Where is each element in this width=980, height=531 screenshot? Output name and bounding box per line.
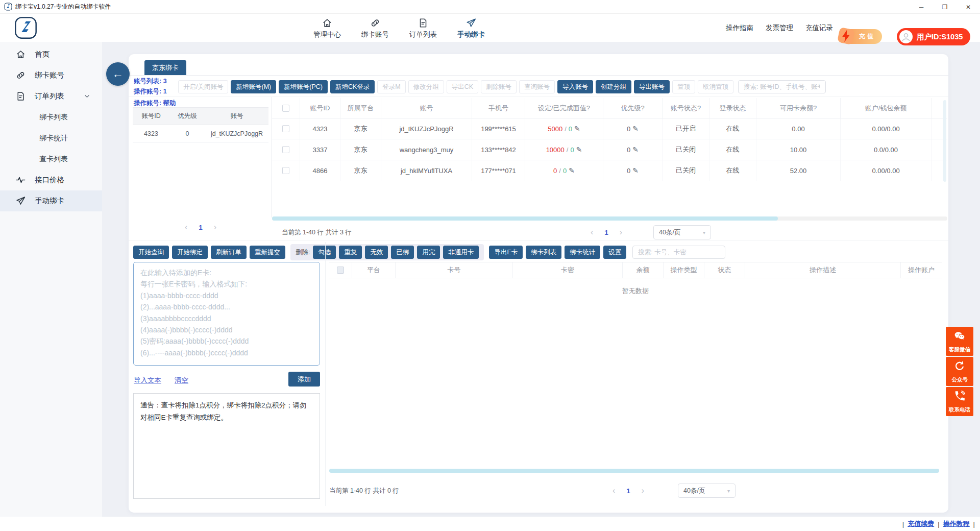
action-button[interactable]: 刷新订单 [211,246,247,259]
page-number[interactable]: 1 [626,487,630,495]
edit-icon[interactable]: ✎ [632,166,639,175]
cell-account: wangcheng3_muy [381,139,472,160]
accounts-vscrollbar[interactable] [943,100,946,182]
column-header: 卡密 [513,262,623,278]
table-row[interactable]: 43230jd_tKUZJcPJoggR [133,125,268,143]
sidebar-item[interactable]: 绑卡统计 [0,128,102,149]
toolbar-button[interactable]: 创建分组 [596,80,631,93]
cell-phone: 133*****842 [472,139,525,160]
tutorial-link[interactable]: 操作教程 [943,519,970,528]
top-nav-home[interactable]: 管理中心 [312,15,342,42]
cell-card-balance: 10.00 [756,139,841,160]
toolbar-button[interactable]: 新增CK登录 [330,80,375,93]
action-button[interactable]: 开始绑定 [172,246,208,259]
clear-link[interactable]: 清空 [175,376,188,385]
official-account-button[interactable]: 公众号 [946,357,973,386]
edit-icon[interactable]: ✎ [632,146,639,154]
cell-account-status: 已关闭 [663,160,709,181]
user-id-button[interactable]: 用户ID:S1035 [897,28,970,45]
sidebar-item[interactable]: 手动绑卡 [0,190,102,211]
edit-icon[interactable]: ✎ [632,125,639,133]
restore-button[interactable]: ❐ [933,0,957,14]
import-text-link[interactable]: 导入文本 [134,376,161,385]
floater-label: 公众号 [951,376,968,383]
add-button[interactable]: 添加 [288,372,320,387]
column-header: 账号 [381,98,472,118]
edit-icon[interactable]: ✎ [576,146,582,154]
edit-icon[interactable]: ✎ [574,125,580,133]
delete-button[interactable]: 重复 [339,246,362,259]
back-button[interactable]: ← [106,62,130,86]
page-size-value: 40条/页 [683,487,705,495]
tab-jd-bind[interactable]: 京东绑卡 [144,60,186,75]
top-nav-document[interactable]: 订单列表 [408,15,438,42]
cell-account-id: 3337 [300,139,340,160]
page-size-select[interactable]: 40条/页 ▾ [653,225,711,239]
select-all-checkbox[interactable] [282,105,289,112]
prev-page-icon[interactable]: ‹ [591,228,593,236]
action-button[interactable]: 重新提交 [250,246,285,259]
row-checkbox[interactable] [282,167,289,174]
toolbar-button[interactable]: 导入账号 [557,80,593,93]
toolbar-button: 登录M [377,80,405,93]
wechat-contact-button[interactable]: 客服微信 [946,327,973,356]
recharge-button[interactable]: 充值 [841,29,882,44]
sidebar-item[interactable]: 绑卡列表 [0,107,102,128]
row-checkbox[interactable] [282,125,289,132]
toolbar-button[interactable]: 导出账号 [634,80,670,93]
account-row[interactable]: 4323京东jd_tKUZJcPJoggR199*****6155000 / 0… [272,118,947,139]
action-button[interactable]: 设置 [603,246,626,259]
next-page-icon[interactable]: › [642,487,644,495]
toolbar-button: 导出CK [447,80,478,93]
cards-page-info: 当前第 1-40 行 共计 0 行 [329,487,399,495]
chevron-down-icon: ▾ [727,488,730,494]
help-link[interactable]: 帮助 [163,100,176,107]
header-link[interactable]: 操作指南 [726,23,753,33]
app-logo-icon [4,3,12,11]
column-header: 账号状态? [663,98,709,118]
action-button[interactable]: 绑卡统计 [565,246,600,259]
close-button[interactable]: ✕ [957,0,980,14]
delete-button[interactable]: 用完 [417,246,440,259]
account-row[interactable]: 3337京东wangcheng3_muy133*****84210000 / 0… [272,139,947,160]
delete-button[interactable]: 非通用卡 [443,246,479,259]
recharge-renew-link[interactable]: 充值续费 [908,519,934,528]
page-number[interactable]: 1 [199,224,203,231]
action-button[interactable]: 导出E卡 [489,246,523,259]
accounts-hscrollbar[interactable] [272,216,778,221]
priority-value: 0 [627,146,630,154]
page-number[interactable]: 1 [604,229,608,236]
phone-contact-button[interactable]: 联系电话 [946,387,973,416]
next-page-icon[interactable]: › [214,223,216,231]
accounts-pagination: 当前第 1-40 行 共计 3 行 ‹ 1 › 40条/页 ▾ [282,225,940,240]
toolbar-button[interactable]: 新增账号(PC) [279,80,328,93]
prev-page-icon[interactable]: ‹ [612,487,615,495]
minimize-button[interactable]: ─ [910,0,933,14]
edit-icon[interactable]: ✎ [569,166,575,175]
action-button[interactable]: 绑卡列表 [526,246,561,259]
account-row[interactable]: 4866京东jd_hklMYuflTUXA177*****0710 / 0✎0✎… [272,160,947,181]
header-link[interactable]: 发票管理 [766,23,793,33]
page-size-select[interactable]: 40条/页 ▾ [678,484,736,498]
action-button[interactable]: 开始查询 [133,246,169,259]
delete-button[interactable]: 勾选 [313,246,336,259]
cards-hscrollbar[interactable] [329,469,939,473]
row-checkbox[interactable] [282,146,289,153]
toolbar-button[interactable]: 新增账号(M) [231,80,276,93]
sidebar-item[interactable]: 接口价格 [0,170,102,190]
select-all-checkbox[interactable] [337,267,344,274]
sidebar-item[interactable]: 首页 [0,44,102,65]
delete-button[interactable]: 无效 [365,246,388,259]
prev-page-icon[interactable]: ‹ [185,223,187,231]
header-link[interactable]: 充值记录 [805,23,833,33]
top-nav-link[interactable]: 绑卡账号 [360,15,390,42]
sidebar-item[interactable]: 订单列表 [0,86,102,107]
search-cards-input[interactable] [632,246,725,259]
top-nav-paper-plane[interactable]: 手动绑卡 [456,15,486,42]
sidebar-item[interactable]: 绑卡账号 [0,65,102,86]
delete-button[interactable]: 已绑 [391,246,414,259]
sidebar-item[interactable]: 查卡列表 [0,149,102,170]
next-page-icon[interactable]: › [620,228,622,236]
search-accounts-input[interactable] [738,80,826,93]
ecard-input[interactable] [133,262,320,366]
